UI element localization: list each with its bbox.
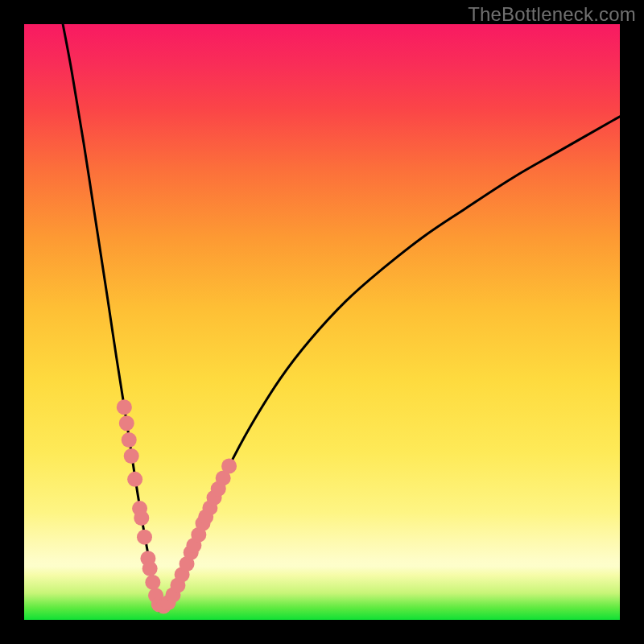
data-marker — [145, 575, 160, 590]
plot-area — [24, 24, 620, 620]
watermark-text: TheBottleneck.com — [468, 3, 636, 26]
data-marker — [119, 415, 134, 431]
data-marker — [124, 448, 139, 464]
data-marker — [134, 510, 149, 526]
marker-cluster — [117, 399, 237, 613]
curve-right-branch — [159, 117, 620, 611]
outer-frame: TheBottleneck.com — [0, 0, 644, 644]
curve-right-branch — [159, 117, 620, 611]
chart-svg — [24, 24, 620, 620]
data-marker — [221, 459, 237, 474]
data-marker — [137, 530, 152, 545]
data-marker — [117, 399, 132, 415]
data-marker — [122, 432, 137, 448]
data-marker — [127, 472, 142, 487]
data-marker — [142, 561, 158, 576]
